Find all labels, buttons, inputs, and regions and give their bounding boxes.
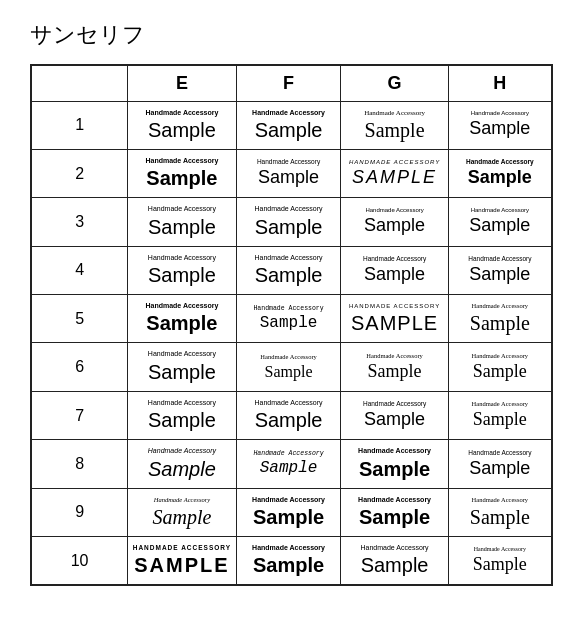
table-row: 10 Handmade Accessory Sample Handmade Ac… <box>31 537 552 586</box>
cell-10g: Handmade Accessory Sample <box>341 537 448 586</box>
cell-2h: Handmade Accessory Sample <box>448 149 552 197</box>
cell-3h: Handmade Accessory Sample <box>448 198 552 246</box>
cell-2e: Handmade Accessory Sample <box>128 149 237 197</box>
col-header-h: H <box>448 65 552 101</box>
row-num: 7 <box>31 391 128 439</box>
cell-3e: Handmade Accessory Sample <box>128 198 237 246</box>
cell-8g: Handmade Accessory Sample <box>341 440 448 488</box>
row-num: 9 <box>31 488 128 536</box>
cell-8e: Handmade Accessory Sample <box>128 440 237 488</box>
col-header-e: E <box>128 65 237 101</box>
cell-4e: Handmade Accessory Sample <box>128 246 237 294</box>
table-row: 1 Handmade Accessory Sample Handmade Acc… <box>31 101 552 149</box>
table-row: 5 Handmade Accessory Sample Handmade Acc… <box>31 295 552 343</box>
cell-3g: Handmade Accessory Sample <box>341 198 448 246</box>
cell-10f: Handmade Accessory Sample <box>236 537 341 586</box>
cell-8f: Handmade Accessory Sample <box>236 440 341 488</box>
cell-2g: Handmade Accessory Sample <box>341 149 448 197</box>
cell-4g: Handmade Accessory Sample <box>341 246 448 294</box>
row-num: 8 <box>31 440 128 488</box>
col-header-g: G <box>341 65 448 101</box>
font-table: E F G H 1 Handmade Accessory Sample Hand… <box>30 64 553 586</box>
page-title: サンセリフ <box>30 20 553 50</box>
table-row: 3 Handmade Accessory Sample Handmade Acc… <box>31 198 552 246</box>
table-row: 6 Handmade Accessory Sample Handmade Acc… <box>31 343 552 391</box>
cell-7h: Handmade Accessory Sample <box>448 391 552 439</box>
cell-5g: Handmade Accessory Sample <box>341 295 448 343</box>
cell-6f: Handmade Accessory Sample <box>236 343 341 391</box>
cell-4f: Handmade Accessory Sample <box>236 246 341 294</box>
cell-1f: Handmade Accessory Sample <box>236 101 341 149</box>
col-header-f: F <box>236 65 341 101</box>
cell-9f: Handmade Accessory Sample <box>236 488 341 536</box>
cell-1g: Handmade Accessory Sample <box>341 101 448 149</box>
cell-6e: Handmade Accessory Sample <box>128 343 237 391</box>
row-num: 4 <box>31 246 128 294</box>
row-num: 3 <box>31 198 128 246</box>
cell-5e: Handmade Accessory Sample <box>128 295 237 343</box>
cell-10e: Handmade Accessory Sample <box>128 537 237 586</box>
cell-6h: Handmade Accessory Sample <box>448 343 552 391</box>
cell-1e: Handmade Accessory Sample <box>128 101 237 149</box>
row-num: 2 <box>31 149 128 197</box>
table-row: 2 Handmade Accessory Sample Handmade Acc… <box>31 149 552 197</box>
row-num: 10 <box>31 537 128 586</box>
cell-5f: Handmade Accessory Sample <box>236 295 341 343</box>
cell-7f: Handmade Accessory Sample <box>236 391 341 439</box>
cell-10h: Handmade Accessory Sample <box>448 537 552 586</box>
cell-6g: Handmade Accessory Sample <box>341 343 448 391</box>
cell-4h: Handmade Accessory Sample <box>448 246 552 294</box>
col-header-num <box>31 65 128 101</box>
table-row: 7 Handmade Accessory Sample Handmade Acc… <box>31 391 552 439</box>
cell-9g: Handmade Accessory Sample <box>341 488 448 536</box>
cell-8h: Handmade Accessory Sample <box>448 440 552 488</box>
cell-7e: Handmade Accessory Sample <box>128 391 237 439</box>
cell-5h: Handmade Accessory Sample <box>448 295 552 343</box>
table-row: 4 Handmade Accessory Sample Handmade Acc… <box>31 246 552 294</box>
table-row: 9 Handmade Accessory Sample Handmade Acc… <box>31 488 552 536</box>
cell-2f: Handmade Accessory Sample <box>236 149 341 197</box>
cell-3f: Handmade Accessory Sample <box>236 198 341 246</box>
cell-9e: Handmade Accessory Sample <box>128 488 237 536</box>
cell-1h: Handmade Accessory Sample <box>448 101 552 149</box>
table-row: 8 Handmade Accessory Sample Handmade Acc… <box>31 440 552 488</box>
cell-7g: Handmade Accessory Sample <box>341 391 448 439</box>
row-num: 6 <box>31 343 128 391</box>
row-num: 1 <box>31 101 128 149</box>
row-num: 5 <box>31 295 128 343</box>
cell-9h: Handmade Accessory Sample <box>448 488 552 536</box>
